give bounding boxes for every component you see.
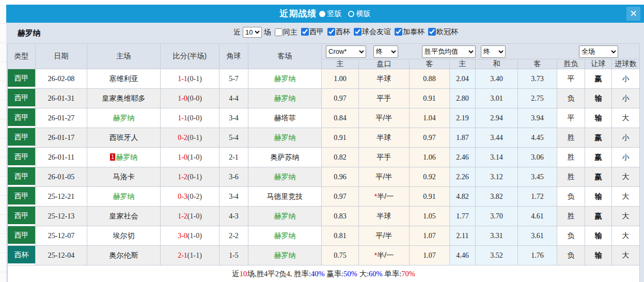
fulltime-score: 2-1 — [178, 252, 187, 259]
odds-line: 平手 — [359, 89, 410, 108]
avg-draw: 3.82 — [476, 187, 518, 207]
competition-checkbox-input[interactable] — [354, 28, 362, 36]
competition-checkbox-input[interactable] — [395, 28, 402, 36]
titlebar: 近期战绩 竖版 横版 ✕ — [6, 5, 644, 23]
home-team-name: 皇家奥维耶多 — [102, 94, 146, 102]
match-row: 西甲 25-12-07 埃尔切 3-0(1-0) 2-2 赫罗纳 0.81 平/… — [8, 226, 640, 246]
avg-draw: 3.12 — [476, 167, 518, 187]
odds-home: 0.84 — [322, 108, 359, 128]
average-time-select[interactable]: 终 — [481, 45, 506, 58]
horizontal-layout-label[interactable]: 横版 — [356, 9, 371, 19]
result-cell: 平 — [557, 69, 585, 89]
same-home-label: 同主 — [283, 28, 297, 37]
goals-cell: 小 — [612, 89, 640, 108]
summary-segment: 大: — [357, 270, 369, 278]
match-date: 25-12-04 — [36, 246, 87, 265]
goals-cell: 大 — [612, 207, 640, 226]
away-team-name: 赫罗纳 — [274, 251, 296, 259]
avg-home: 2.19 — [450, 108, 476, 128]
result-cell: 胜 — [557, 128, 585, 148]
match-row: 西杯 25-12-04 奥尔伦斯 2-1(1-1) 1-5 赫罗纳 0.75 *… — [8, 246, 640, 265]
line-asterisk: * — [374, 192, 377, 200]
filter-bar: 赫罗纳 近 10 场 同主 西甲 西杯 球会友谊 加泰杯 欧冠杯 — [6, 23, 644, 43]
fulltime-score: 1-0 — [178, 153, 187, 161]
halftime-score: (1-0) — [187, 153, 202, 161]
horizontal-layout-radio-icon[interactable] — [348, 11, 354, 17]
summary-segment: 赢率: — [325, 270, 344, 278]
goals-cell: 大 — [612, 167, 640, 187]
halftime-score: (0-1) — [187, 75, 202, 83]
col-header-corners: 角球 — [219, 44, 248, 69]
odds-away: 1.04 — [410, 108, 450, 128]
competition-checkbox-input[interactable] — [327, 28, 335, 36]
col-header-avg-away: 客 — [518, 59, 557, 69]
col-header-handicap: 让球 — [585, 59, 612, 69]
odds-home: 1.00 — [322, 69, 359, 89]
home-team: 赫罗纳 — [87, 108, 161, 128]
odds-line: 平/半 — [359, 167, 410, 187]
competition-checkbox[interactable]: 西甲 — [301, 27, 324, 37]
halftime-score: (1-1) — [187, 252, 202, 259]
competition-checkbox[interactable]: 加泰杯 — [395, 27, 425, 37]
goals-cell: 小 — [612, 148, 640, 167]
corners-cell: 4-3 — [219, 207, 248, 226]
odds-line: 平/半 — [359, 226, 410, 246]
recent-count-select[interactable]: 10 — [243, 27, 262, 38]
halftime-score: (0-2) — [187, 193, 202, 200]
summary-segment: 70% — [401, 270, 415, 278]
competition-cell: 西甲 — [8, 108, 36, 128]
odds-away: 1.07 — [410, 226, 450, 246]
match-date: 26-01-31 — [36, 89, 87, 108]
bookmaker-select[interactable]: Crow* — [326, 45, 366, 58]
line-asterisk: * — [374, 251, 377, 259]
odds-home: 0.75 — [322, 246, 359, 265]
match-row: 西甲 26-01-31 皇家奥维耶多 1-0(0-0) 4-4 赫罗纳 0.97… — [8, 89, 640, 108]
odds-line: 半球 — [359, 207, 410, 226]
score-cell: 3-0(1-0) — [161, 226, 219, 246]
avg-home: 2.46 — [450, 148, 476, 167]
score-cell: 1-2(1-0) — [161, 207, 219, 226]
competition-checkbox[interactable]: 球会友谊 — [354, 27, 391, 37]
same-home-checkbox-input[interactable] — [275, 28, 282, 36]
avg-draw: 3.70 — [476, 207, 518, 226]
bookmaker-time-select[interactable]: 终 — [373, 45, 398, 58]
competition-badge: 西甲 — [8, 226, 35, 244]
away-team-name: 奥萨苏纳 — [271, 153, 300, 161]
competition-checkbox[interactable]: 欧冠杯 — [428, 27, 458, 37]
summary-cell: 近10场,胜4平2负4, 胜率:40% 赢率:50% 大:60% 单率:70% — [8, 265, 640, 282]
odds-home: 0.81 — [322, 226, 359, 246]
result-cell: 胜 — [557, 207, 585, 226]
score-cell: 1-1(0-0) — [161, 108, 219, 128]
col-header-date: 日期 — [36, 44, 87, 69]
close-button[interactable]: ✕ — [626, 7, 640, 21]
match-date: 25-12-07 — [36, 226, 87, 246]
home-team: 皇家奥维耶多 — [87, 89, 161, 108]
odds-line: 半球 — [359, 69, 410, 89]
odds-line: 平/半 — [359, 108, 410, 128]
col-header-type: 类型 — [8, 44, 36, 69]
avg-home: 2.04 — [450, 69, 476, 89]
competition-checkbox-input[interactable] — [428, 28, 436, 36]
scope-select[interactable]: 全场 — [579, 45, 618, 58]
result-cell: 胜 — [557, 167, 585, 187]
competition-checkbox[interactable]: 西杯 — [327, 27, 350, 37]
col-header-home: 主场 — [87, 44, 161, 69]
col-header-away: 客场 — [248, 44, 322, 69]
average-select[interactable]: 胜平负均值 — [422, 45, 476, 58]
handicap-cell: 输 — [585, 226, 612, 246]
vertical-layout-radio-icon[interactable] — [319, 11, 325, 17]
competition-badge: 西甲 — [8, 128, 35, 146]
summary-row: 近10场,胜4平2负4, 胜率:40% 赢率:50% 大:60% 单率:70% — [8, 265, 640, 282]
odds-away: 0.97 — [410, 128, 450, 148]
same-home-checkbox[interactable]: 同主 — [275, 28, 297, 37]
summary-segment: 场,胜4平2负4, 胜率: — [247, 270, 311, 278]
away-team: 赫罗纳 — [248, 167, 322, 187]
competition-checkbox-input[interactable] — [301, 28, 309, 36]
handicap-cell: 输 — [585, 89, 612, 108]
competition-cell: 西甲 — [8, 187, 36, 207]
halftime-score: (0-1) — [187, 134, 202, 142]
vertical-layout-label[interactable]: 竖版 — [327, 9, 342, 19]
home-team: 马洛卡 — [87, 167, 161, 187]
match-row: 西甲 26-01-11 1赫罗纳 1-0(1-0) 2-1 奥萨苏纳 0.82 … — [8, 148, 640, 167]
avg-away: 3.61 — [518, 226, 557, 246]
